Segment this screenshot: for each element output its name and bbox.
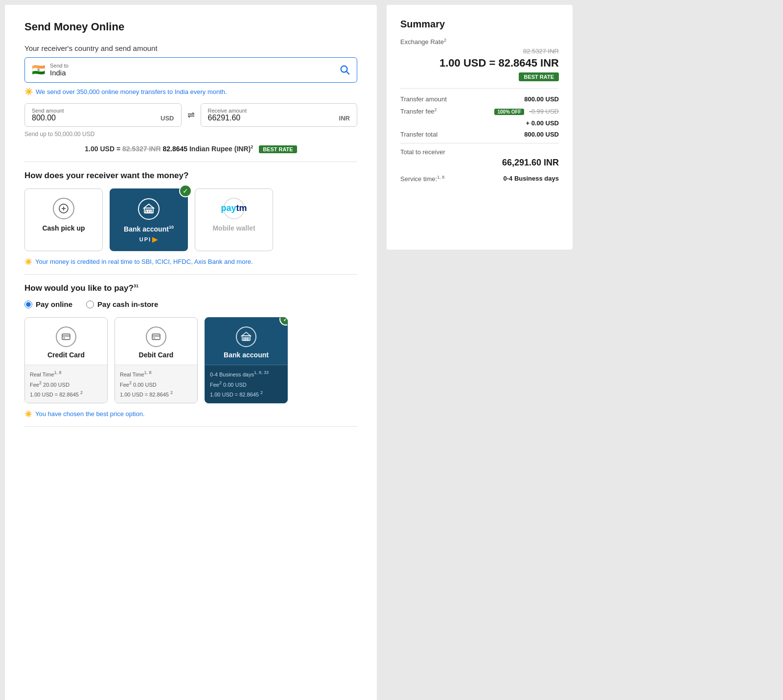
receive-currency: INR bbox=[339, 115, 350, 122]
receive-amount-input[interactable] bbox=[208, 114, 322, 122]
svg-rect-19 bbox=[248, 338, 249, 341]
paytm-logo: paytm bbox=[221, 203, 247, 213]
bank-icon bbox=[138, 198, 160, 220]
sidebar-panel: Summary Exchange Rate2 82.5327 INR 1.00 … bbox=[387, 5, 573, 250]
svg-rect-8 bbox=[150, 210, 152, 213]
send-to-label: Send to bbox=[50, 63, 69, 69]
bank-method-name: Bank account10 bbox=[124, 225, 174, 233]
bank-check-badge: ✓ bbox=[179, 185, 192, 197]
cash-icon bbox=[53, 198, 74, 219]
pay-bank-name: Bank account bbox=[224, 351, 269, 359]
service-label: Service time:1, 8 bbox=[400, 175, 444, 183]
send-amount-box: Send amount USD bbox=[24, 103, 182, 127]
india-flag: 🇮🇳 bbox=[32, 64, 45, 76]
country-input-box[interactable]: 🇮🇳 Send to India bbox=[24, 57, 357, 83]
sun-icon: ☀️ bbox=[24, 88, 33, 95]
transfer-total-row: Transfer total 800.00 USD bbox=[400, 131, 559, 138]
amount-row: Send amount USD ⇌ Receive amount INR bbox=[24, 103, 357, 127]
wallet-icon: paytm bbox=[223, 198, 245, 219]
radio-group: Pay online Pay cash in-store bbox=[24, 300, 357, 308]
exchange-rate-section: 82.5327 INR 1.00 USD = 82.8645 INR BEST … bbox=[400, 47, 559, 89]
fee-new: + 0.00 USD bbox=[526, 119, 559, 127]
credit-card-details: Real Time1, 8 Fee2 20.00 USD 1.00 USD = … bbox=[25, 365, 107, 403]
main-panel: Send Money Online Your receiver's countr… bbox=[5, 5, 377, 700]
send-limit: Send up to 50,000.00 USD bbox=[24, 131, 357, 138]
fee-label: Transfer fee2 bbox=[400, 107, 437, 115]
swap-icon: ⇌ bbox=[187, 110, 195, 120]
total-receiver-value: 66,291.60 INR bbox=[400, 158, 559, 168]
sun-icon-2: ☀️ bbox=[24, 258, 32, 265]
svg-rect-10 bbox=[62, 334, 70, 340]
sun-icon-3: ☀️ bbox=[24, 410, 32, 418]
method-card-bank[interactable]: ✓ Bank account10 UPI▶ bbox=[110, 188, 188, 252]
svg-line-1 bbox=[346, 71, 349, 74]
cash-method-name: Cash pick up bbox=[42, 224, 85, 232]
transfer-total-label: Transfer total bbox=[400, 131, 438, 138]
total-receiver-section: Total to receiver 66,291.60 INR bbox=[400, 143, 559, 168]
pay-bank-icon bbox=[236, 327, 256, 347]
send-amount-label: Send amount bbox=[32, 108, 174, 114]
svg-rect-18 bbox=[246, 338, 247, 341]
flag-label: 🇮🇳 Send to India bbox=[32, 63, 69, 77]
debit-card-name: Debit Card bbox=[139, 351, 174, 359]
country-name: India bbox=[50, 69, 66, 77]
new-rate: 1.00 USD = 82.8645 INR bbox=[400, 57, 559, 70]
transfer-amount-label: Transfer amount bbox=[400, 95, 447, 103]
credit-card-icon bbox=[56, 327, 76, 347]
pay-how-title: How would you like to pay?31 bbox=[24, 283, 357, 293]
receiver-section-label: Your receiver's country and send amount bbox=[24, 44, 357, 52]
pay-online-radio[interactable] bbox=[24, 301, 32, 308]
svg-marker-9 bbox=[144, 204, 154, 208]
pay-card-debit[interactable]: Debit Card Real Time1, 8 Fee2 0.00 USD 1… bbox=[115, 317, 198, 403]
receive-amount-box: Receive amount INR bbox=[201, 103, 358, 127]
pay-method-cards: Credit Card Real Time1, 8 Fee2 20.00 USD… bbox=[24, 317, 357, 403]
pay-card-bank[interactable]: ✓ Bank account 0-4 Business days1, 8, 33… bbox=[205, 317, 288, 403]
pay-card-credit[interactable]: Credit Card Real Time1, 8 Fee2 20.00 USD… bbox=[24, 317, 108, 403]
svg-rect-7 bbox=[148, 210, 150, 213]
receive-method-row: Cash pick up ✓ Bank account10 UPI▶ bbox=[24, 188, 357, 252]
pay-online-radio-label[interactable]: Pay online bbox=[24, 300, 72, 308]
best-price-info: ☀️ You have chosen the best price option… bbox=[24, 410, 357, 418]
debit-card-details: Real Time1, 8 Fee2 0.00 USD 1.00 USD = 8… bbox=[115, 365, 197, 403]
upi-logo: UPI▶ bbox=[139, 235, 158, 243]
receive-amount-label: Receive amount bbox=[208, 108, 350, 114]
debit-card-icon bbox=[146, 327, 166, 347]
method-card-cash[interactable]: Cash pick up bbox=[24, 188, 103, 252]
receive-method-title: How does your receiver want the money? bbox=[24, 171, 357, 181]
service-row: Service time:1, 8 0-4 Business days bbox=[400, 175, 559, 183]
fee-row: Transfer fee2 100% OFF -0.99 USD bbox=[400, 107, 559, 116]
credit-card-top: Credit Card bbox=[25, 318, 107, 365]
pay-bank-top: Bank account bbox=[205, 318, 287, 365]
rate-currency: Indian Rupee (INR) bbox=[189, 145, 251, 153]
rate-old: 82.5327 INR bbox=[122, 145, 161, 153]
rate-line: 1.00 USD = 82.5327 INR 82.8645 Indian Ru… bbox=[24, 144, 357, 153]
best-rate-badge: BEST RATE bbox=[259, 145, 297, 153]
old-rate: 82.5327 INR bbox=[400, 47, 559, 55]
pay-cash-radio[interactable] bbox=[86, 301, 94, 308]
best-rate-badge-sidebar: BEST RATE bbox=[519, 72, 559, 81]
credit-card-name: Credit Card bbox=[47, 351, 85, 359]
pay-bank-details: 0-4 Business days1, 8, 33 Fee2 0.00 USD … bbox=[205, 365, 287, 403]
method-card-wallet[interactable]: paytm Mobile wallet bbox=[195, 188, 273, 252]
wallet-method-name: Mobile wallet bbox=[212, 224, 255, 232]
total-receiver-label: Total to receiver bbox=[400, 148, 559, 156]
send-currency: USD bbox=[161, 115, 174, 122]
fee-old: -0.99 USD bbox=[529, 108, 559, 115]
transfer-amount-value: 800.00 USD bbox=[524, 95, 559, 103]
transfer-amount-row: Transfer amount 800.00 USD bbox=[400, 95, 559, 103]
summary-title: Summary bbox=[400, 19, 559, 30]
credits-info: ☀️ Your money is credited in real time t… bbox=[24, 258, 357, 265]
fee-off-badge: 100% OFF bbox=[494, 109, 524, 115]
debit-card-top: Debit Card bbox=[115, 318, 197, 365]
transfer-total-value: 800.00 USD bbox=[524, 131, 559, 138]
search-button[interactable] bbox=[339, 64, 350, 76]
svg-rect-17 bbox=[244, 338, 245, 341]
fee-value-row: + 0.00 USD bbox=[400, 119, 559, 127]
send-amount-input[interactable] bbox=[32, 114, 145, 122]
page-title: Send Money Online bbox=[24, 21, 357, 33]
svg-rect-13 bbox=[152, 334, 160, 340]
svg-marker-20 bbox=[242, 332, 251, 336]
pay-cash-radio-label[interactable]: Pay cash in-store bbox=[86, 300, 158, 308]
info-line: ☀️ We send over 350,000 online money tra… bbox=[24, 88, 357, 95]
svg-rect-6 bbox=[146, 210, 147, 213]
